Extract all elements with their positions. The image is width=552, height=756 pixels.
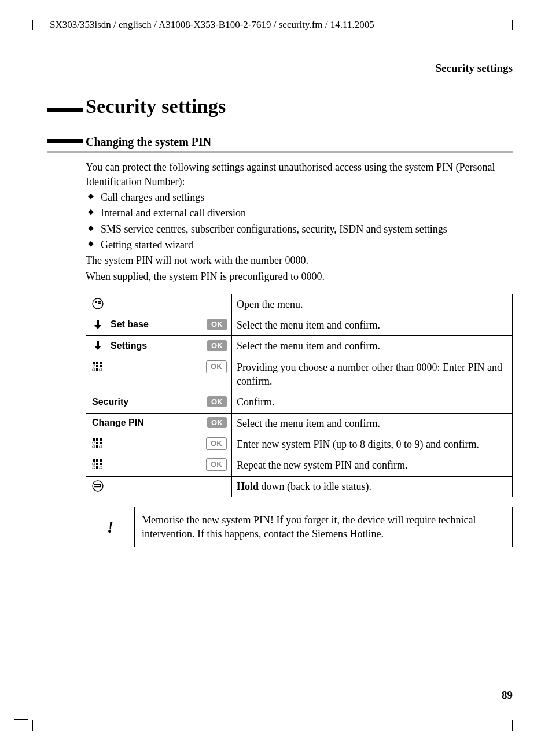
svg-rect-16 [96, 438, 98, 441]
page: SX303/353isdn / englisch / A31008-X353-B… [47, 19, 513, 547]
step-key-cell: OK [86, 357, 232, 392]
down-arrow-icon [93, 340, 103, 351]
ok-badge: OK [207, 417, 227, 429]
section-underline [47, 151, 513, 153]
keypad-icon [91, 360, 104, 373]
svg-rect-25 [96, 459, 98, 462]
svg-rect-9 [93, 365, 95, 367]
hangup-icon-wrap [91, 480, 105, 492]
step-key-cell: Change PINOK [86, 413, 232, 434]
step-label: Change PIN [91, 416, 203, 429]
down-arrow-icon-wrap [91, 340, 105, 351]
note-box: ! Memorise the new system PIN! If you fo… [86, 507, 513, 548]
intro-paragraph: You can protect the following settings a… [86, 160, 513, 189]
list-item: Internal and external call diversion [86, 206, 513, 220]
svg-rect-8 [100, 362, 102, 364]
step-key-cell: SettingsOK [86, 336, 232, 357]
step-key-cell: OK [86, 434, 232, 455]
step-key-cell [86, 476, 232, 497]
doc-path-line: SX303/353isdn / englisch / A31008-X353-B… [47, 19, 513, 32]
table-row: Change PINOKSelect the menu item and con… [86, 413, 513, 434]
table-row: SettingsOKSelect the menu item and confi… [86, 336, 513, 357]
step-key-cell: SecurityOK [86, 392, 232, 413]
svg-rect-12 [93, 368, 95, 371]
step-key-cell [86, 294, 232, 315]
svg-rect-17 [100, 438, 102, 441]
step-desc-cell: Repeat the new system PIN and confirm. [232, 455, 513, 476]
ok-badge: OK [206, 458, 227, 471]
svg-rect-5 [97, 341, 99, 346]
step-label: Settings [109, 340, 203, 352]
svg-rect-4 [97, 320, 99, 325]
down-arrow-icon-wrap [91, 319, 105, 330]
table-row: SecurityOKConfirm. [86, 392, 513, 413]
keypad-icon-wrap [91, 437, 105, 450]
svg-rect-15 [93, 438, 95, 441]
note-text: Memorise the new system PIN! If you forg… [135, 507, 512, 547]
exclamation-icon: ! [86, 507, 135, 547]
h1-marker-bar [47, 108, 83, 112]
svg-rect-6 [93, 362, 95, 364]
down-arrow-icon [93, 319, 103, 330]
svg-rect-32 [100, 466, 102, 469]
svg-rect-13 [96, 368, 98, 371]
svg-rect-11 [100, 365, 102, 367]
step-desc-cell: Confirm. [232, 392, 513, 413]
svg-rect-30 [93, 466, 95, 469]
svg-rect-29 [100, 463, 102, 465]
list-item: SMS service centres, subscriber configur… [86, 222, 513, 236]
section-title: Changing the system PIN [86, 134, 513, 150]
list-item: Getting started wizard [86, 238, 513, 252]
step-key-cell: OK [86, 455, 232, 476]
table-row: OKRepeat the new system PIN and confirm. [86, 455, 513, 476]
keypad-icon-wrap [91, 458, 105, 471]
svg-rect-22 [96, 445, 98, 448]
menu-open-icon [91, 297, 104, 310]
svg-point-1 [95, 301, 97, 303]
after-list-paragraph-2: When supplied, the system PIN is preconf… [86, 270, 513, 283]
keypad-icon [91, 437, 104, 450]
hangup-icon [91, 480, 104, 492]
svg-rect-23 [100, 445, 102, 448]
svg-rect-18 [93, 442, 95, 444]
svg-rect-28 [96, 463, 98, 465]
svg-rect-21 [93, 445, 95, 448]
table-row: Open the menu. [86, 294, 513, 315]
page-title: Security settings [86, 93, 513, 120]
step-desc-cell: Hold down (back to idle status). [232, 476, 513, 497]
svg-rect-2 [98, 301, 101, 303]
svg-rect-7 [96, 362, 98, 364]
svg-rect-26 [100, 459, 102, 462]
h2-marker-bar [47, 139, 83, 143]
ok-badge: OK [206, 437, 227, 450]
after-list-paragraph-1: The system PIN will not work with the nu… [86, 253, 513, 267]
step-label: Security [91, 396, 203, 408]
ok-badge: OK [207, 340, 227, 352]
step-desc-bold: Hold [237, 481, 259, 492]
step-key-cell: Set baseOK [86, 315, 232, 336]
svg-rect-3 [98, 303, 101, 304]
svg-rect-20 [100, 442, 102, 444]
menu-open-icon-wrap [91, 297, 105, 310]
table-row: Hold down (back to idle status). [86, 476, 513, 497]
svg-rect-19 [96, 442, 98, 444]
ok-badge: OK [206, 360, 227, 373]
bullet-list: Call charges and settings Internal and e… [86, 190, 513, 252]
table-row: Set baseOKSelect the menu item and confi… [86, 315, 513, 336]
svg-rect-24 [93, 459, 95, 462]
step-desc-cell: Enter new system PIN (up to 8 digits, 0 … [232, 434, 513, 455]
step-desc-rest: down (back to idle status). [259, 481, 371, 492]
ok-badge: OK [207, 319, 227, 330]
steps-table: Open the menu.Set baseOKSelect the menu … [86, 294, 513, 497]
step-desc-cell: Providing you choose a number other than… [232, 357, 513, 392]
ok-badge: OK [207, 396, 227, 408]
table-row: OKEnter new system PIN (up to 8 digits, … [86, 434, 513, 455]
step-desc-cell: Select the menu item and confirm. [232, 336, 513, 357]
list-item: Call charges and settings [86, 190, 513, 204]
step-desc-cell: Select the menu item and confirm. [232, 413, 513, 434]
step-label: Set base [109, 318, 203, 331]
step-desc-cell: Open the menu. [232, 294, 513, 315]
svg-rect-14 [100, 368, 102, 371]
svg-rect-27 [93, 463, 95, 465]
table-row: OKProviding you choose a number other th… [86, 357, 513, 392]
